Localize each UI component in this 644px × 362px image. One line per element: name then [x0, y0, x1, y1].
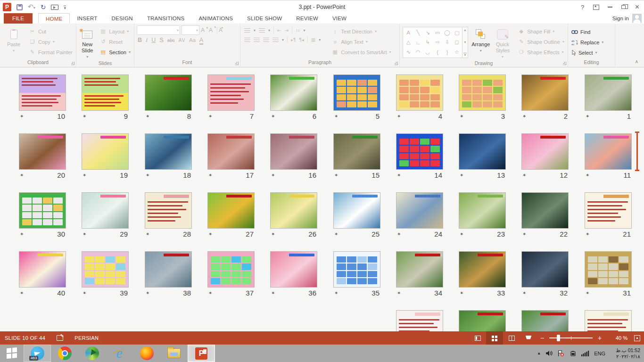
format-painter-button[interactable]: ✎Format Painter [27, 48, 74, 56]
italic-button[interactable]: I [146, 37, 148, 44]
slide-thumbnail-41[interactable] [585, 310, 632, 331]
shape-right-brace-icon[interactable]: } [446, 49, 448, 55]
slide-animation-star-35[interactable]: ✶ [334, 290, 338, 296]
slide-thumbnail-14[interactable] [396, 133, 443, 170]
shape-left-brace-icon[interactable]: { [437, 49, 438, 55]
paste-button[interactable]: Paste▾ [1, 25, 26, 59]
slide-animation-star-37[interactable]: ✶ [208, 290, 212, 296]
slide-animation-star-26[interactable]: ✶ [271, 231, 275, 237]
rtl-direction-icon[interactable]: ¶◂ [299, 37, 304, 42]
restore-button[interactable] [617, 0, 630, 14]
slide-animation-star-38[interactable]: ✶ [146, 290, 149, 296]
reading-view-button[interactable] [503, 331, 520, 345]
slide-thumbnail-39[interactable] [82, 251, 129, 288]
slide-thumbnail-22[interactable] [521, 192, 569, 229]
customize-qat-icon[interactable]: ▾ [64, 6, 66, 10]
slide-thumbnail-4[interactable] [396, 74, 443, 111]
align-center-icon[interactable] [254, 38, 260, 42]
slide-animation-star-11[interactable]: ✶ [586, 173, 589, 178]
clear-formatting-button[interactable]: A [219, 27, 223, 33]
taskbar-telegram-icon[interactable]: 463 [24, 345, 51, 362]
taskbar-powerpoint-icon[interactable]: P [188, 345, 215, 362]
tab-animations[interactable]: ANIMATIONS [191, 13, 240, 24]
slide-animation-star-2[interactable]: ✶ [522, 114, 526, 119]
slide-animation-star-30[interactable]: ✶ [20, 231, 24, 237]
shape-effects-button[interactable]: ❍Shape Effects▾ [516, 48, 566, 56]
slide-thumbnail-12[interactable] [521, 133, 569, 170]
shape-scribble-icon[interactable]: ∿ [406, 49, 411, 55]
slide-animation-star-29[interactable]: ✶ [83, 231, 86, 237]
slide-thumbnail-25[interactable] [333, 192, 380, 229]
slide-thumbnail-10[interactable] [19, 74, 66, 111]
align-text-button[interactable]: ≡Align Text▾ [330, 38, 392, 46]
shape-triangle-icon[interactable]: △ [406, 39, 410, 45]
slide-thumbnail-2[interactable] [521, 74, 569, 111]
slide-thumbnail-21[interactable] [585, 192, 632, 229]
action-center-flag-icon[interactable] [557, 350, 564, 357]
replace-button[interactable]: abac Replace▾ [570, 38, 605, 46]
slide-animation-star-40[interactable]: ✶ [20, 290, 24, 296]
fit-slide-to-window-button[interactable] [634, 335, 640, 341]
slide-thumbnail-33[interactable] [459, 251, 506, 288]
text-shadow-button[interactable]: S [159, 37, 163, 43]
normal-view-button[interactable] [469, 331, 486, 345]
slide-animation-star-34[interactable]: ✶ [397, 290, 401, 296]
slide-animation-star-16[interactable]: ✶ [271, 173, 275, 178]
grow-font-button[interactable]: A [201, 27, 207, 33]
font-color-button[interactable]: A [199, 37, 203, 45]
slide-thumbnail-31[interactable] [585, 251, 632, 288]
redo-icon[interactable]: ↻ [41, 0, 46, 14]
align-left-icon[interactable] [244, 38, 250, 42]
collapse-ribbon-icon[interactable]: ∧ [635, 59, 638, 64]
slide-thumbnail-38[interactable] [145, 251, 192, 288]
zoom-in-button[interactable]: + [594, 334, 605, 342]
taskbar-ie-icon[interactable]: e [106, 345, 133, 362]
slide-animation-star-17[interactable]: ✶ [208, 173, 212, 178]
clock[interactable]: 01:52 ب.ظ ۲۰۲۲/۰۲/۱۸ [610, 347, 640, 360]
shape-line-icon[interactable]: ╲ [417, 30, 420, 36]
shape-right-arrow-icon[interactable]: ⇨ [435, 39, 439, 45]
shape-oval-icon[interactable]: ◯ [444, 30, 450, 36]
start-slideshow-icon[interactable] [51, 5, 58, 10]
taskbar-firefox-icon[interactable] [133, 345, 160, 362]
slide-animation-star-9[interactable]: ✶ [83, 114, 86, 119]
slide-animation-star-14[interactable]: ✶ [397, 173, 401, 178]
slide-animation-star-19[interactable]: ✶ [83, 173, 86, 178]
language-bar[interactable]: ENG [594, 351, 605, 356]
slide-thumbnail-13[interactable] [459, 133, 506, 170]
slide-thumbnail-26[interactable] [270, 192, 317, 229]
layout-button[interactable]: ▥Layout▾ [98, 27, 132, 35]
cut-button[interactable]: ✂Cut [27, 27, 74, 35]
minimize-button[interactable] [603, 0, 617, 14]
zoom-slider[interactable] [549, 337, 593, 338]
slide-thumbnail-37[interactable] [207, 251, 255, 288]
tab-review[interactable]: REVIEW [289, 13, 325, 24]
slide-thumbnail-1[interactable] [585, 74, 632, 111]
slide-thumbnail-32[interactable] [521, 251, 569, 288]
slide-thumbnail-35[interactable] [333, 251, 380, 288]
shape-rounded-rectangle-icon[interactable]: ▢ [454, 30, 459, 36]
arrange-button[interactable]: Arrange▾ [470, 25, 492, 60]
tab-view[interactable]: VIEW [325, 13, 354, 24]
decrease-indent-icon[interactable]: ⇤ [277, 28, 281, 33]
sign-in[interactable]: Sign in [612, 13, 642, 24]
columns-icon[interactable]: ▥ [311, 37, 315, 42]
underline-button[interactable]: U [151, 37, 156, 43]
tab-file[interactable]: FILE [4, 13, 33, 24]
slide-thumbnail-17[interactable] [207, 133, 255, 170]
line-spacing-icon[interactable]: ↕≡ [296, 28, 300, 33]
slide-animation-star-36[interactable]: ✶ [271, 290, 275, 296]
battery-icon[interactable] [569, 351, 577, 356]
slide-animation-star-3[interactable]: ✶ [460, 114, 463, 119]
shape-down-arrow-icon[interactable]: ⇩ [445, 39, 449, 45]
paragraph-dialog-launcher[interactable] [395, 62, 398, 65]
new-slide-button[interactable]: New Slide▾ [77, 25, 97, 60]
slide-animation-star-5[interactable]: ✶ [334, 114, 338, 119]
slide-thumbnail-8[interactable] [145, 74, 192, 111]
shape-elbow-arrow-icon[interactable]: ↳ [426, 39, 430, 45]
slide-thumbnail-6[interactable] [270, 74, 317, 111]
reset-button[interactable]: ↺Reset [98, 38, 132, 46]
convert-to-smartart-button[interactable]: ▦Convert to SmartArt▾ [330, 48, 392, 56]
taskbar-idm-icon[interactable] [78, 345, 106, 362]
slide-indicator[interactable]: SLIDE 10 OF 44 [5, 335, 45, 341]
